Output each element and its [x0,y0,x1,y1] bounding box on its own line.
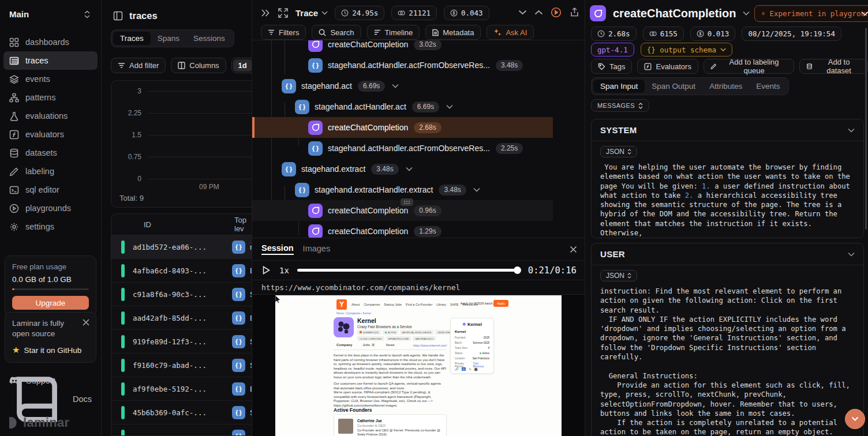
tab-images[interactable]: Images [303,244,331,254]
chevron-down-icon[interactable] [743,11,750,16]
sidebar-item-evaluations[interactable]: evaluations [3,107,98,125]
sidebar-item-traces[interactable]: traces [3,51,98,70]
span-type-icon: { } [232,382,245,396]
share-icon[interactable] [569,7,580,18]
panel-scrollbar[interactable] [865,28,867,230]
table-row[interactable]: { } [111,424,252,436]
tab-traces[interactable]: Traces [113,32,151,45]
sidebar-item-settings[interactable]: settings [3,217,98,236]
close-icon[interactable] [82,318,90,326]
user-message-text: instruction: Find the most relevant elem… [592,281,863,436]
close-icon[interactable] [569,245,578,254]
column-header-id[interactable]: ID [144,220,151,229]
tab-sessions[interactable]: Sessions [186,32,232,45]
add-filter-button[interactable]: Add filter [111,58,166,73]
play-icon[interactable] [263,266,270,275]
database-icon [806,63,813,70]
user-message-header[interactable]: USER [592,243,863,265]
filters-button[interactable]: Filters [261,25,306,40]
metadata-button[interactable]: Metadata [425,25,481,40]
docs-link[interactable]: Docs [0,390,101,408]
ask-ai-button[interactable]: Ask AI [487,25,534,40]
chevron-down-icon [321,11,328,15]
tree-row-acthandler-act[interactable]: { } stagehand.actHandler.act 6.69s [252,96,553,117]
tab-events[interactable]: Events [749,80,787,93]
chevron-down-icon[interactable] [473,186,480,193]
json-format-dropdown[interactable]: JSON [600,270,637,281]
playback-slider[interactable] [297,269,520,272]
tree-row-extracthandler[interactable]: { } stagehand.extractHandler.extract 3.4… [252,179,553,200]
tab-attributes[interactable]: Attributes [702,80,749,93]
sidebar-nav: dashboards traces events patterns evalua… [0,33,101,236]
tree-row-createchatcompletion[interactable]: createChatCompletion 1.29s [252,221,553,238]
tab-span-output[interactable]: Span Output [645,80,702,93]
workspace-switcher[interactable]: Main [0,0,101,25]
chevron-down-icon[interactable] [446,103,453,110]
usage-progress-bar [12,288,89,290]
output-schema-badge[interactable]: {} output schema [641,43,732,57]
range-1d-button[interactable]: 1d [233,59,252,72]
tab-spans[interactable]: Spans [151,32,186,45]
tree-row-createchatcompletion-selected[interactable]: createChatCompletion 2.68s [252,117,553,138]
sidebar-item-dashboards[interactable]: dashboards [3,33,98,51]
chevron-down-icon[interactable] [861,11,868,16]
playback-speed[interactable]: 1x [279,266,289,275]
tree-row-actfromobserve[interactable]: { } stagehand.actHandler.actFromObserveR… [252,138,553,159]
chevron-down-icon[interactable] [392,82,399,89]
llm-span-icon [308,204,323,218]
timeline-button[interactable]: Timeline [367,25,420,40]
sidebar-item-label: sql editor [25,185,59,194]
tree-row-createchatcompletion[interactable]: createChatCompletion 3.02s [252,40,553,55]
table-row[interactable]: f9160c79-abad-... { } S [111,354,252,377]
table-row[interactable]: 4afba6cd-8493-... { } B [111,259,252,283]
trace-toolbar: Trace 24.95s 21121 0.043 [252,0,585,40]
columns-button[interactable]: Columns [171,58,226,73]
time-range-group[interactable]: 1d D [231,58,252,73]
table-row[interactable]: 45b6b369-0afc-... { } S [111,401,252,424]
column-header-top-level[interactable]: Top lev [234,216,252,233]
tags-button[interactable]: Tags [591,59,632,74]
chevron-down-icon[interactable] [518,7,527,18]
github-star-link[interactable]: ★ Star it on GitHub [12,345,89,355]
sidebar-item-evaluators[interactable]: evaluators [3,125,98,144]
sidebar-item-patterns[interactable]: patterns [3,88,98,107]
sidebar-item-datasets[interactable]: datasets [3,144,98,162]
expand-icon[interactable] [278,7,289,18]
messages-dropdown[interactable]: MESSAGES [591,99,649,112]
panel-split-icon[interactable] [113,11,123,21]
panel-resize-handle[interactable] [401,198,413,206]
table-row[interactable]: 919fe89d-12f3-... { } S [111,330,252,354]
tab-session[interactable]: Session [261,243,294,255]
trace-dropdown[interactable]: Trace [295,8,328,18]
table-row[interactable]: c91a8f6a-90c3-... { } S [111,283,252,306]
gear-icon [9,222,19,232]
experiment-playground-button[interactable]: Experiment in playground [754,5,868,22]
table-row[interactable]: ad1bd572-ea06-... { } n [111,235,252,259]
add-to-labeling-queue-button[interactable]: Add to labeling queue [704,59,794,74]
tree-row-stagehand-extract[interactable]: { } stagehand.extract 3.48s [252,159,553,179]
system-message-card: SYSTEM JSON You are helping the user aut… [591,119,864,238]
status-indicator [121,382,125,396]
scroll-to-bottom-button[interactable] [845,409,865,429]
json-format-dropdown[interactable]: JSON [600,146,637,157]
collapse-panel-icon[interactable] [260,7,271,18]
chevron-down-icon[interactable] [406,166,413,172]
play-session-icon[interactable] [551,7,562,18]
search-button[interactable]: Search [312,25,361,40]
system-message-header[interactable]: SYSTEM [592,119,863,141]
upgrade-button[interactable]: Upgrade [12,296,89,310]
chevron-up-icon[interactable] [534,7,543,18]
add-to-dataset-button[interactable]: Add to dataset [799,59,868,74]
sidebar-item-events[interactable]: events [3,70,98,88]
sidebar-item-sql-editor[interactable]: sql editor [3,181,98,199]
tree-row-stagehand-act[interactable]: { } stagehand.act 6.69s [252,76,553,96]
sidebar-item-playgrounds[interactable]: playgrounds [3,199,98,217]
table-row[interactable]: af9f0ebe-5192-... { } B [111,377,252,401]
table-row[interactable]: aad42afb-85dd-... { } B [111,306,252,330]
tab-span-input[interactable]: Span Input [593,80,645,93]
evaluators-button[interactable]: Evaluators [637,59,698,74]
slider-knob[interactable] [514,266,521,274]
terminal-icon [9,185,19,195]
sidebar-item-labeling[interactable]: labeling [3,162,98,181]
tree-row-actfromobserve[interactable]: { } stagehand.actHandler.actFromObserveR… [252,55,553,76]
